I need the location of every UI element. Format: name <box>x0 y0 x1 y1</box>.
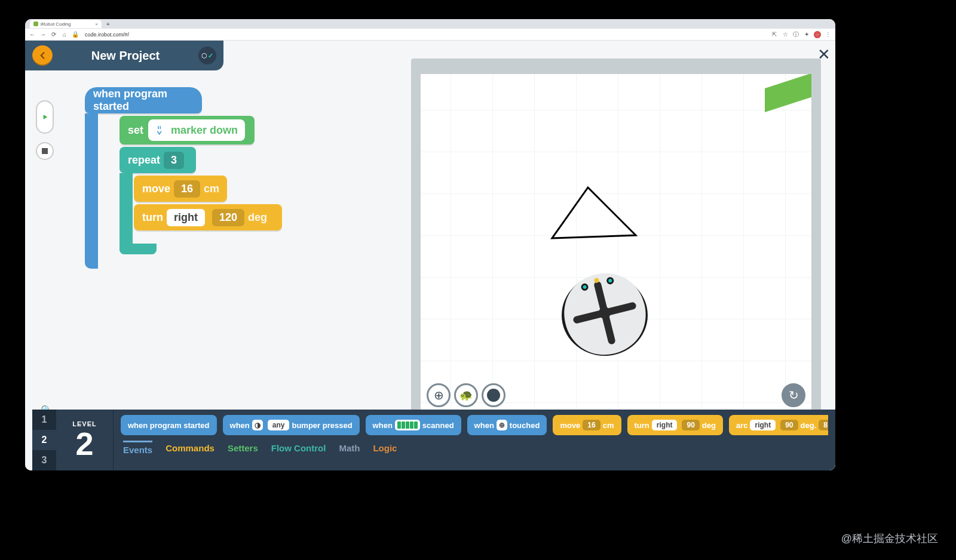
turn-unit: deg <box>248 211 267 224</box>
nav-bar: ← → ⟳ ⌂ 🔒 code.irobot.com/#/ ⇱ ☆ ⓘ ✦ ⋮ <box>25 29 835 41</box>
turtle-icon: 🐢 <box>459 389 473 402</box>
hat-label: when program started <box>93 88 194 113</box>
watermark: @稀土掘金技术社区 <box>841 531 938 546</box>
nav-home-icon[interactable]: ⌂ <box>61 31 68 38</box>
turn-dir[interactable]: right <box>167 209 205 226</box>
arrow-left-icon <box>37 50 48 61</box>
turn-value[interactable]: 120 <box>212 209 244 226</box>
connection-button[interactable]: ⬡✓ <box>198 47 216 64</box>
level-tab-1[interactable]: 1 <box>32 410 56 430</box>
favicon <box>33 21 38 26</box>
sim-corner-decor <box>765 74 811 112</box>
menu-icon[interactable]: ⋮ <box>825 31 832 38</box>
nav-back-icon[interactable]: ← <box>29 31 36 38</box>
category-row: Events Commands Setters Flow Control Mat… <box>121 441 828 455</box>
extensions-icon[interactable]: ✦ <box>803 31 810 38</box>
drawn-triangle <box>546 181 642 247</box>
marker-label: marker down <box>171 124 238 137</box>
url-bar[interactable]: code.irobot.com/#/ <box>82 32 767 38</box>
turn-block[interactable]: turn right 120 deg <box>134 204 282 230</box>
color-sensor-icon <box>395 420 420 430</box>
tab-title: iRobot Coding <box>41 21 71 27</box>
simulator-canvas[interactable]: ⊕ 🐢 ↻ <box>421 74 811 413</box>
level-tabs: 1 2 3 <box>32 410 56 470</box>
move-block[interactable]: move 16 cm <box>134 176 227 202</box>
browser-tab[interactable]: iRobot Coding × <box>30 20 102 28</box>
repeat-body <box>120 173 133 251</box>
check-icon: ✓ <box>208 52 213 60</box>
cat-commands[interactable]: Commands <box>166 443 215 453</box>
stop-icon <box>42 148 48 154</box>
zoom-icon: ⊕ <box>434 388 444 402</box>
repeat-foot <box>120 244 157 254</box>
cat-events[interactable]: Events <box>123 441 152 455</box>
app-header: New Project ⬡✓ <box>25 41 223 70</box>
level-badge: LEVEL 2 <box>56 410 114 470</box>
sim-controls: ⊕ 🐢 <box>427 383 505 407</box>
repeat-label: repeat <box>128 154 160 167</box>
set-label: set <box>128 124 143 137</box>
palette-arc[interactable]: arc right 90 deg. 8 cm <box>729 415 828 435</box>
move-label: move <box>142 183 170 195</box>
level-tab-3[interactable]: 3 <box>32 450 56 470</box>
turn-label: turn <box>142 211 163 224</box>
nav-reload-icon[interactable]: ⟳ <box>50 31 57 38</box>
tab-strip: iRobot Coding × + <box>25 19 835 29</box>
move-unit: cm <box>204 183 219 195</box>
palette-event-bumper[interactable]: when ◑ any bumper pressed <box>223 415 360 435</box>
palette-event-touched[interactable]: when ⊕ touched <box>467 415 547 435</box>
project-title[interactable]: New Project <box>53 49 198 63</box>
palette-event-scanned[interactable]: when scanned <box>366 415 461 435</box>
bumper-icon: ◑ <box>252 420 263 430</box>
share-icon[interactable]: ⇱ <box>771 31 778 38</box>
center-dot-icon <box>487 389 500 402</box>
profile-avatar[interactable] <box>814 31 821 38</box>
level-number: 2 <box>75 427 93 460</box>
back-button[interactable] <box>32 45 53 66</box>
marker-down-icon <box>155 124 167 136</box>
robot-sprite[interactable] <box>557 265 652 361</box>
code-canvas[interactable]: when program started set marker down rep… <box>61 84 396 418</box>
browser-window: iRobot Coding × + ← → ⟳ ⌂ 🔒 code.irobot.… <box>25 19 835 470</box>
repeat-count[interactable]: 3 <box>164 152 184 169</box>
level-tab-2[interactable]: 2 <box>32 430 56 450</box>
center-button[interactable] <box>482 383 505 407</box>
block-palette: when program started when ◑ any bumper p… <box>114 410 835 470</box>
nav-forward-icon[interactable]: → <box>39 31 47 38</box>
star-icon[interactable]: ☆ <box>782 31 789 38</box>
close-tab-icon[interactable]: × <box>95 21 98 27</box>
cat-setters[interactable]: Setters <box>228 443 258 453</box>
play-icon <box>41 113 49 121</box>
palette-event-start[interactable]: when program started <box>121 415 217 435</box>
speed-button[interactable]: 🐢 <box>454 383 478 407</box>
bottom-panel: 1 2 3 LEVEL 2 when program started when … <box>32 410 835 470</box>
palette-row[interactable]: when program started when ◑ any bumper p… <box>121 414 828 436</box>
reset-sim-button[interactable]: ↻ <box>782 383 805 407</box>
info-icon[interactable]: ⓘ <box>792 31 799 38</box>
palette-move[interactable]: move 16 cm <box>553 415 621 435</box>
touch-icon: ⊕ <box>497 420 507 430</box>
marker-chip[interactable]: marker down <box>148 119 245 141</box>
reset-icon: ↻ <box>789 388 799 402</box>
simulator-frame: ⊕ 🐢 ↻ <box>411 59 821 423</box>
app-area: New Project ⬡✓ ✕ 🔍 when program started … <box>25 41 835 470</box>
robot-icon: ⬡ <box>201 52 207 60</box>
cat-logic[interactable]: Logic <box>373 443 397 453</box>
palette-turn[interactable]: turn right 90 deg <box>627 415 723 435</box>
play-button[interactable] <box>36 100 54 134</box>
cat-flow[interactable]: Flow Control <box>271 443 326 453</box>
zoom-in-button[interactable]: ⊕ <box>427 383 451 407</box>
lock-icon: 🔒 <box>72 31 79 38</box>
cat-math[interactable]: Math <box>339 443 360 453</box>
stop-button[interactable] <box>36 142 54 160</box>
move-value[interactable]: 16 <box>174 180 200 198</box>
new-tab-button[interactable]: + <box>104 20 112 28</box>
repeat-block[interactable]: repeat 3 <box>120 147 196 173</box>
set-block[interactable]: set marker down <box>120 116 255 144</box>
event-hat-block[interactable]: when program started <box>85 87 202 113</box>
